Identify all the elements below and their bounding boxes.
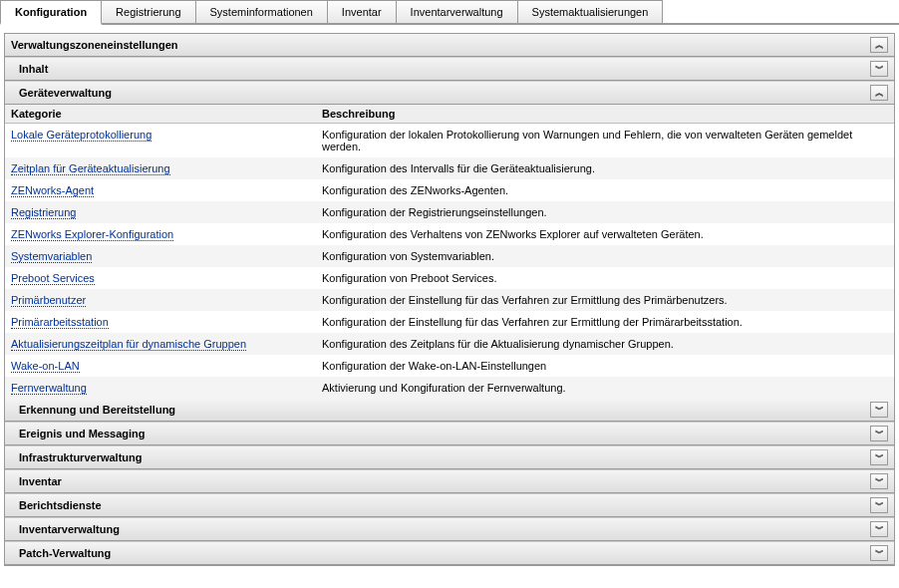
col-header-description: Beschreibung: [316, 105, 894, 123]
section-title: Erkennung und Bereitstellung: [19, 404, 175, 416]
description-cell: Konfiguration der Registrierungseinstell…: [316, 201, 894, 223]
category-cell: Primärbenutzer: [5, 289, 316, 311]
category-cell: Aktualisierungszeitplan für dynamische G…: [5, 333, 316, 355]
settings-rows: Lokale GeräteprotokollierungKonfiguratio…: [5, 124, 894, 399]
section-title: Inhalt: [19, 63, 48, 75]
section-collapsed[interactable]: Ereignis und Messaging: [5, 422, 894, 445]
category-link[interactable]: Aktualisierungszeitplan für dynamische G…: [11, 338, 246, 351]
category-link[interactable]: Zeitplan für Geräteaktualisierung: [11, 162, 170, 175]
category-link[interactable]: Primärbenutzer: [11, 294, 86, 307]
expand-icon[interactable]: [870, 473, 888, 489]
description-cell: Konfiguration des Verhaltens von ZENwork…: [316, 223, 894, 245]
tab-bar: Konfiguration Registrierung Systeminform…: [0, 0, 899, 25]
chevron-down-icon: [875, 524, 884, 534]
category-link[interactable]: Systemvariablen: [11, 250, 92, 263]
tab-systeminformationen[interactable]: Systeminformationen: [195, 0, 328, 23]
description-cell: Konfiguration der lokalen Protokollierun…: [316, 124, 894, 157]
category-cell: Zeitplan für Geräteaktualisierung: [5, 157, 316, 179]
table-row: PrimärbenutzerKonfiguration der Einstell…: [5, 289, 894, 311]
section-geraeteverwaltung[interactable]: Geräteverwaltung: [5, 81, 894, 105]
description-cell: Konfiguration des Intervalls für die Ger…: [316, 157, 894, 179]
category-link[interactable]: ZENworks-Agent: [11, 184, 94, 197]
chevron-down-icon: [875, 405, 884, 415]
category-cell: Wake-on-LAN: [5, 355, 316, 377]
category-cell: ZENworks Explorer-Konfiguration: [5, 223, 316, 245]
chevron-up-icon: [875, 88, 884, 98]
expand-icon[interactable]: [870, 449, 888, 465]
section-title: Patch-Verwaltung: [19, 547, 111, 559]
chevron-down-icon: [875, 429, 884, 439]
tab-inventarverwaltung[interactable]: Inventarverwaltung: [396, 0, 518, 23]
section-title: Inventar: [19, 475, 62, 487]
category-link[interactable]: Fernverwaltung: [11, 382, 87, 395]
table-row: Wake-on-LANKonfiguration der Wake-on-LAN…: [5, 355, 894, 377]
category-link[interactable]: Primärarbeitsstation: [11, 316, 109, 329]
table-row: ZENworks-AgentKonfiguration des ZENworks…: [5, 179, 894, 201]
description-cell: Aktivierung und Kongifuration der Fernve…: [316, 377, 894, 399]
category-link[interactable]: ZENworks Explorer-Konfiguration: [11, 228, 173, 241]
section-inhalt[interactable]: Inhalt: [5, 57, 894, 81]
expand-icon[interactable]: [870, 61, 888, 77]
section-title: Ereignis und Messaging: [19, 428, 146, 440]
category-cell: Systemvariablen: [5, 245, 316, 267]
table-row: PrimärarbeitsstationKonfiguration der Ei…: [5, 311, 894, 333]
section-collapsed[interactable]: Berichtsdienste: [5, 493, 894, 517]
expand-icon[interactable]: [870, 402, 888, 418]
chevron-down-icon: [875, 500, 884, 510]
collapse-icon[interactable]: [870, 85, 888, 101]
section-title: Berichtsdienste: [19, 499, 102, 511]
description-cell: Konfiguration des ZENworks-Agenten.: [316, 179, 894, 201]
category-cell: Lokale Geräteprotokollierung: [5, 124, 316, 157]
collapse-icon[interactable]: [870, 37, 888, 53]
chevron-down-icon: [875, 64, 884, 74]
category-cell: Primärarbeitsstation: [5, 311, 316, 333]
settings-panel: Verwaltungszoneneinstellungen Inhalt Ger…: [4, 33, 895, 566]
section-verwaltungszone[interactable]: Verwaltungszoneneinstellungen: [5, 34, 894, 57]
table-row: SystemvariablenKonfiguration von Systemv…: [5, 245, 894, 267]
table-row: RegistrierungKonfiguration der Registrie…: [5, 201, 894, 223]
description-cell: Konfiguration der Einstellung für das Ve…: [316, 311, 894, 333]
chevron-down-icon: [875, 476, 884, 486]
section-title: Geräteverwaltung: [19, 87, 112, 99]
collapsed-sections: Erkennung und BereitstellungEreignis und…: [5, 399, 894, 565]
expand-icon[interactable]: [870, 521, 888, 537]
section-collapsed[interactable]: Erkennung und Bereitstellung: [5, 399, 894, 422]
category-link[interactable]: Wake-on-LAN: [11, 360, 80, 373]
chevron-up-icon: [875, 40, 884, 50]
section-title: Infrastrukturverwaltung: [19, 451, 142, 463]
expand-icon[interactable]: [870, 426, 888, 441]
col-header-category: Kategorie: [5, 105, 316, 123]
table-row: Zeitplan für GeräteaktualisierungKonfigu…: [5, 157, 894, 179]
chevron-down-icon: [875, 548, 884, 558]
tab-registrierung[interactable]: Registrierung: [101, 0, 195, 23]
section-collapsed[interactable]: Infrastrukturverwaltung: [5, 445, 894, 469]
table-row: Preboot ServicesKonfiguration von Preboo…: [5, 267, 894, 289]
expand-icon[interactable]: [870, 497, 888, 513]
description-cell: Konfiguration des Zeitplans für die Aktu…: [316, 333, 894, 355]
table-row: Aktualisierungszeitplan für dynamische G…: [5, 333, 894, 355]
table-row: Lokale GeräteprotokollierungKonfiguratio…: [5, 124, 894, 157]
category-cell: Fernverwaltung: [5, 377, 316, 399]
table-row: FernverwaltungAktivierung und Kongifurat…: [5, 377, 894, 399]
section-title: Inventarverwaltung: [19, 523, 120, 535]
category-link[interactable]: Registrierung: [11, 206, 76, 219]
category-link[interactable]: Preboot Services: [11, 272, 95, 285]
column-headers: Kategorie Beschreibung: [5, 105, 894, 124]
section-collapsed[interactable]: Patch-Verwaltung: [5, 541, 894, 565]
category-cell: ZENworks-Agent: [5, 179, 316, 201]
category-cell: Preboot Services: [5, 267, 316, 289]
section-collapsed[interactable]: Inventar: [5, 469, 894, 493]
description-cell: Konfiguration von Systemvariablen.: [316, 245, 894, 267]
description-cell: Konfiguration von Preboot Services.: [316, 267, 894, 289]
category-cell: Registrierung: [5, 201, 316, 223]
tab-systemaktualisierungen[interactable]: Systemaktualisierungen: [517, 0, 664, 23]
table-row: ZENworks Explorer-KonfigurationKonfigura…: [5, 223, 894, 245]
chevron-down-icon: [875, 452, 884, 462]
section-collapsed[interactable]: Inventarverwaltung: [5, 517, 894, 541]
section-title: Verwaltungszoneneinstellungen: [11, 39, 177, 51]
category-link[interactable]: Lokale Geräteprotokollierung: [11, 129, 151, 142]
description-cell: Konfiguration der Einstellung für das Ve…: [316, 289, 894, 311]
expand-icon[interactable]: [870, 545, 888, 561]
tab-konfiguration[interactable]: Konfiguration: [0, 0, 102, 25]
tab-inventar[interactable]: Inventar: [327, 0, 397, 23]
